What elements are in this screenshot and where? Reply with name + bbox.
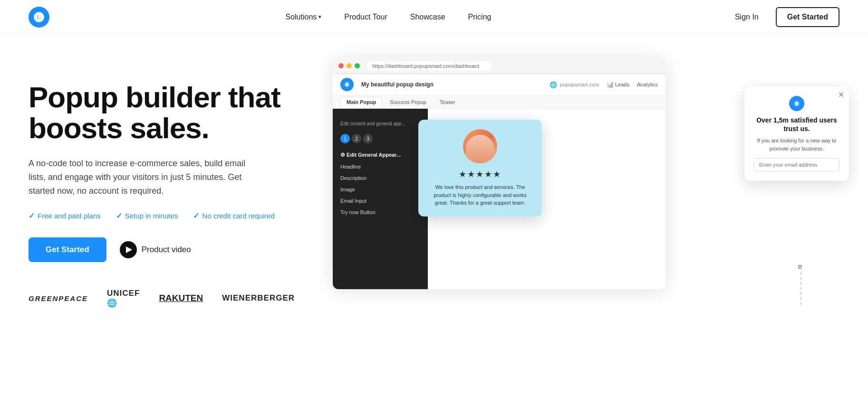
sidebar-step-1: 1 xyxy=(340,134,350,143)
app-analytics: Analytics xyxy=(637,82,658,87)
app-domain: 🌐 popupsmart.com xyxy=(550,81,599,88)
popup-avatar xyxy=(463,129,497,163)
leads-label: Leads xyxy=(615,82,629,87)
popup-review-card: ★★★★★ We love this product and services.… xyxy=(418,120,542,217)
pricing-nav-link[interactable]: Pricing xyxy=(468,13,492,21)
get-started-hero-button[interactable]: Get Started xyxy=(29,237,106,262)
brand-unicef: unicef 🌐 xyxy=(107,289,140,308)
hero-subheading: A no-code tool to increase e-commerce sa… xyxy=(29,157,257,198)
product-video-label: Product video xyxy=(142,245,191,254)
sidebar-image[interactable]: Image xyxy=(333,184,363,195)
solutions-label: Solutions xyxy=(285,13,317,21)
showcase-label: Showcase xyxy=(410,13,445,21)
avatar-person xyxy=(466,135,494,163)
brand-wienerberger: wienerberger xyxy=(222,293,295,303)
globe-icon: 🌐 xyxy=(550,81,557,88)
showcase-nav-link[interactable]: Showcase xyxy=(410,13,445,21)
browser-dot-yellow xyxy=(347,63,352,68)
hero-section: Popup builder that boosts sales. A no-co… xyxy=(0,34,868,405)
logo-svg xyxy=(33,11,45,23)
hero-heading: Popup builder that boosts sales. xyxy=(29,82,295,143)
app-title: My beautiful popup design xyxy=(361,81,434,88)
tab-success-popup[interactable]: Success Popup xyxy=(384,97,432,107)
logo[interactable] xyxy=(29,7,49,28)
check-label-1: Setup in minutes xyxy=(125,212,178,220)
decorative-dashed-line xyxy=(800,267,801,305)
sidebar-headline[interactable]: Headline xyxy=(333,161,368,172)
checkmark-icon: ✓ xyxy=(29,211,35,220)
checkmark-icon-2: ✓ xyxy=(193,211,199,220)
analytics-label: Analytics xyxy=(637,82,658,87)
tab-teaser[interactable]: Teaser xyxy=(434,97,461,107)
solutions-nav-link[interactable]: Solutions ▾ xyxy=(285,13,321,21)
sidebar-step-2: 2 xyxy=(352,134,361,143)
check-free-plans: ✓ Free and paid plans xyxy=(29,211,101,220)
popup-stars: ★★★★★ xyxy=(459,169,502,179)
sign-in-button[interactable]: Sign In xyxy=(727,9,766,25)
product-tour-nav-link[interactable]: Product Tour xyxy=(344,13,387,21)
leads-icon: 📊 xyxy=(607,81,614,88)
app-tabs: Main Popup Success Popup Teaser xyxy=(333,95,665,109)
app-sidebar: Edit content and general app... 1 2 3 ⚙ … xyxy=(333,109,428,289)
domain-text: popupsmart.com xyxy=(560,82,599,87)
trust-sub: If you are looking for a new way to prom… xyxy=(754,137,839,152)
checkmark-icon-1: ✓ xyxy=(116,211,122,220)
hero-checks: ✓ Free and paid plans ✓ Setup in minutes… xyxy=(29,211,295,220)
tab-main-popup[interactable]: Main Popup xyxy=(340,97,382,107)
brand-logos: GREENPEACE unicef 🌐 Rakuten wienerberger xyxy=(29,289,295,308)
hero-left: Popup builder that boosts sales. A no-co… xyxy=(29,63,295,308)
play-icon xyxy=(120,241,137,258)
check-label-0: Free and paid plans xyxy=(38,212,101,220)
product-tour-label: Product Tour xyxy=(344,13,387,21)
logo-icon xyxy=(29,7,49,28)
product-video-link[interactable]: Product video xyxy=(120,241,191,258)
brand-greenpeace: GREENPEACE xyxy=(29,294,88,302)
get-started-nav-button[interactable]: Get Started xyxy=(776,7,839,27)
browser-bar: https://dashboard.popupsmart.com/dashboa… xyxy=(333,58,665,74)
trust-email-input[interactable] xyxy=(754,158,839,171)
browser-dot-green xyxy=(355,63,360,68)
check-setup: ✓ Setup in minutes xyxy=(116,211,178,220)
sidebar-section-label: Edit content and general app... xyxy=(333,118,413,128)
sidebar-description[interactable]: Description xyxy=(333,172,374,184)
trust-logo-svg xyxy=(792,99,801,108)
sidebar-edit-general[interactable]: ⚙ Edit General Appear... xyxy=(333,149,408,161)
sidebar-email-input[interactable]: Email Input xyxy=(333,195,374,207)
trust-close-button[interactable]: ✕ xyxy=(838,90,844,99)
browser-url: https://dashboard.popupsmart.com/dashboa… xyxy=(367,62,491,70)
check-no-credit-card: ✓ No credit card required xyxy=(193,211,275,220)
browser-dot-red xyxy=(338,63,344,68)
app-header: My beautiful popup design 🌐 popupsmart.c… xyxy=(333,74,665,95)
popup-card-inner: ★★★★★ We love this product and services.… xyxy=(418,120,542,217)
nav-right: Sign In Get Started xyxy=(727,7,839,27)
hero-right: https://dashboard.popupsmart.com/dashboa… xyxy=(314,58,839,314)
trust-logo xyxy=(789,96,804,111)
check-label-2: No credit card required xyxy=(202,212,275,220)
app-logo-svg xyxy=(343,81,351,88)
sidebar-step-3: 3 xyxy=(363,134,373,143)
app-logo-small xyxy=(340,78,354,91)
nav-links: Solutions ▾ Product Tour Showcase Pricin… xyxy=(285,13,491,21)
hero-actions: Get Started Product video xyxy=(29,237,295,262)
navbar: Solutions ▾ Product Tour Showcase Pricin… xyxy=(0,0,868,34)
popup-review-text: We love this product and services. The p… xyxy=(428,183,532,207)
chevron-down-icon: ▾ xyxy=(318,14,321,20)
app-leads: 📊 Leads xyxy=(607,81,629,88)
pricing-label: Pricing xyxy=(468,13,492,21)
trust-card: ✕ Over 1,5m satisfied users trust us. If… xyxy=(744,86,849,181)
trust-heading: Over 1,5m satisfied users trust us. xyxy=(754,116,839,133)
sidebar-try-now-button[interactable]: Try now Button xyxy=(333,207,383,218)
brand-rakuten: Rakuten xyxy=(159,293,203,303)
